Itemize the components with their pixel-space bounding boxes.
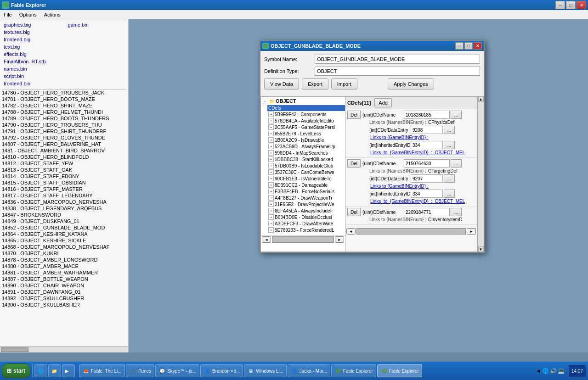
file-item-14815[interactable]: 14815 - OBJECT_STAFF_OBSIDIAN xyxy=(0,179,128,186)
expand-21e[interactable]: + xyxy=(268,201,274,207)
sidebar-names[interactable]: names.bin xyxy=(2,65,48,73)
tree-item-5b9[interactable]: + 5B9E9F42 - Components xyxy=(267,111,345,117)
tray-arrow[interactable]: ◄ xyxy=(536,368,541,374)
expand-9e7[interactable]: + xyxy=(268,227,274,233)
file-item-14865[interactable]: 14865 - OBJECT_KESHIRE_SICKLE xyxy=(0,237,128,244)
file-item-14900[interactable]: 14900 - OBJECT_SKULLBASHER xyxy=(0,302,128,308)
expand-a3d[interactable]: + xyxy=(268,221,274,226)
expand-e3b[interactable]: + xyxy=(268,189,274,194)
file-item-14792[interactable]: 14792 - OBJECT_HERO_GLOVES_THUNDE xyxy=(0,134,128,141)
system-clock[interactable]: 14:07 xyxy=(568,364,586,377)
cdef-browse-1[interactable]: ... xyxy=(451,159,462,168)
file-item-14810[interactable]: 14810 - OBJECT_HERO_BLINDFOLD xyxy=(0,154,128,160)
menu-file[interactable]: File xyxy=(0,11,16,18)
file-item-14780[interactable]: 14780 - OBJECT_HERO_TROUSERS_JACK xyxy=(0,89,128,96)
dialog-close[interactable]: ✕ xyxy=(474,42,482,50)
file-item-14788[interactable]: 14788 - OBJECT_HERO_HELMET_THUNDI xyxy=(0,109,128,115)
cdef-uint-value-0[interactable] xyxy=(404,111,450,119)
taskbar-jacko[interactable]: 👤 Jacko - Mor... xyxy=(288,364,330,377)
sidebar-effects[interactable]: effects.big xyxy=(2,50,48,58)
file-item-14887[interactable]: 14887 - OBJECT_BOTTLE_WEAPON xyxy=(0,276,128,282)
file-item-14847[interactable]: 14847 - BROKENSWORD xyxy=(0,212,128,218)
tree-item-e3b[interactable]: + E3BBF4EB - ForceNoSerialis xyxy=(267,188,345,195)
tray-pc[interactable]: 💻 xyxy=(558,368,565,374)
file-item-14880[interactable]: 14880 - OBJECT_AMBER_MACE xyxy=(0,263,128,269)
tree-item-21e[interactable]: + 21E95E2 - DrawProjectileWe xyxy=(267,201,345,207)
cdef-del-0[interactable]: Del xyxy=(347,111,361,119)
dialog-minimize[interactable]: ─ xyxy=(455,42,464,50)
expand-2c5[interactable]: + xyxy=(268,124,274,130)
file-item-14782[interactable]: 14782 - OBJECT_HERO_SHIRT_MAZE xyxy=(0,102,128,109)
tree-item-cdefs[interactable]: CDefs xyxy=(267,105,345,111)
cdef-link2-0[interactable]: Links_to_{GameBINEntryID}_:_OBJECT_MEL xyxy=(370,150,465,155)
tree-item-1b0[interactable]: + 1B00A2C9 - IsDrawable xyxy=(267,137,345,143)
tree-item-353[interactable]: + 3537C36C - CanComeBetwe xyxy=(267,169,345,175)
view-data-button[interactable]: View Data xyxy=(264,78,299,89)
tree-item-2c5[interactable]: + 2C55AAF5 - GameStatePersi xyxy=(267,124,345,130)
file-item-14864[interactable]: 14864 - OBJECT_KESHIRE_KATANA xyxy=(0,231,128,237)
quicklaunch-media[interactable]: ▶ xyxy=(62,364,75,377)
file-item-14868[interactable]: 14868 - OBJECT_MARCOPOLO_NERVESHAF xyxy=(0,244,128,250)
file-item-14790[interactable]: 14790 - OBJECT_HERO_TROUSERS_THU xyxy=(0,122,128,128)
tree-item-90c[interactable]: + 90CFB1E3 - IsVulnerableTo xyxy=(267,175,345,182)
cdef-uint-value-1[interactable] xyxy=(404,159,450,168)
sidebar-textures[interactable]: textures.big xyxy=(2,28,48,36)
file-item-14807[interactable]: 14807 - OBJECT_HERO_BALVERINE_HAT xyxy=(0,141,128,147)
symbol-name-input[interactable] xyxy=(315,55,480,64)
expand-b63[interactable]: + xyxy=(268,214,274,220)
file-item-14817[interactable]: 14817 - OBJECT_STAFF_LEGENDARY xyxy=(0,192,128,199)
tray-speaker[interactable]: 🔊 xyxy=(550,368,557,374)
file-item-14816[interactable]: 14816 - OBJECT_STAFF_MASTER xyxy=(0,186,128,192)
cdefs-scroll-right[interactable]: ► xyxy=(467,228,476,235)
menu-options[interactable]: Options xyxy=(16,11,40,18)
cdef-link1-0[interactable]: Links to {GameBINEntryID} : xyxy=(370,135,429,140)
cdefs-vscroll[interactable]: ▲ ▼ xyxy=(477,96,484,252)
expand-576[interactable]: + xyxy=(268,118,274,123)
tree-item-576[interactable]: + 576DB4EA - AvailableInEdito xyxy=(267,117,345,124)
sidebar-graphics[interactable]: graphics.big xyxy=(2,21,48,28)
expand-8d3[interactable]: + xyxy=(268,182,274,188)
file-item-14813[interactable]: 14813 - OBJECT_STAFF_OAK xyxy=(0,167,128,173)
tree-item-9e7[interactable]: + 9E769233 - ForceRenderedL xyxy=(267,227,345,233)
start-button[interactable]: ⊞ start xyxy=(2,363,30,378)
apply-changes-button[interactable]: Apply Changes xyxy=(388,78,434,89)
cdef-int-value-1[interactable] xyxy=(411,174,443,183)
quicklaunch-ie[interactable]: 🌐 xyxy=(34,364,47,377)
taskbar-fable-browser[interactable]: 🦊 Fable: The Li... xyxy=(79,364,125,377)
export-button[interactable]: Export xyxy=(302,78,328,89)
taskbar-skype[interactable]: 💬 Skype™ - jo... xyxy=(155,364,199,377)
tree-item-523[interactable]: + 523ACB9D - AlwaysFrameUp xyxy=(267,143,345,150)
cdef-uint-value-2[interactable] xyxy=(404,208,450,216)
file-item-14852[interactable]: 14852 - OBJECT_GUNBLADE_BLADE_MOD xyxy=(0,224,128,231)
expand-1db[interactable]: + xyxy=(268,156,274,162)
file-item-1481[interactable]: 1481 - OBJECT_AMBIENT_BIRD_SPARROV xyxy=(0,147,128,154)
file-item-14814[interactable]: 14814 - OBJECT_STAFF_EBONY xyxy=(0,173,128,179)
definition-type-input[interactable] xyxy=(315,67,480,76)
close-button[interactable]: ✕ xyxy=(577,1,586,9)
file-item-14891[interactable]: 14891 - OBJECT_DAWNFANG_01 xyxy=(0,289,128,295)
file-item-14838[interactable]: 14838 - OBJECT_LEGENDARY_ARQEBUS xyxy=(0,205,128,212)
expand-90c[interactable]: + xyxy=(268,176,274,181)
sidebar-game-bin[interactable]: game.bin xyxy=(66,21,90,28)
tree-expand-root[interactable]: − xyxy=(262,98,268,104)
expand-6ef[interactable]: + xyxy=(268,208,274,213)
cdef-int-value-0[interactable] xyxy=(411,126,443,134)
import-button[interactable]: Import xyxy=(331,78,357,89)
file-item-14890[interactable]: 14890 - OBJECT_CHAIR_WEAPON xyxy=(0,282,128,289)
taskbar-fable-explorer-1[interactable]: 🌿 Fable Explorer xyxy=(331,364,376,377)
file-item-14892[interactable]: 14892 - OBJECT_SKULLCRUSHER xyxy=(0,295,128,302)
cdef-int-browse-0[interactable]: ... xyxy=(444,126,455,134)
expand-5b9[interactable]: + xyxy=(268,112,274,117)
tree-scroll-right[interactable]: ► xyxy=(335,236,344,243)
cdef-browse-2[interactable]: ... xyxy=(451,208,462,216)
cdef-del-1[interactable]: Del xyxy=(347,159,361,168)
cdef-inh-browse-0[interactable]: ... xyxy=(444,141,455,149)
sidebar-frontend-bin[interactable]: frontend.bin xyxy=(2,80,48,87)
expand-a4f[interactable]: + xyxy=(268,195,274,201)
tree-item-b63[interactable]: + B634BD0E - DisableOcclusi xyxy=(267,214,345,220)
expand-855[interactable]: + xyxy=(268,131,274,136)
file-item-14836[interactable]: 14836 - OBJECT_MARCOPOLO_NERVESHA xyxy=(0,199,128,205)
tree-item-6ef[interactable]: + 6EFA45EA - AlwaysIncludeIr xyxy=(267,207,345,214)
file-item-14849[interactable]: 14849 - OBJECT_DUSKFANG_01 xyxy=(0,218,128,224)
cdef-inh-browse-1[interactable]: ... xyxy=(444,190,455,198)
